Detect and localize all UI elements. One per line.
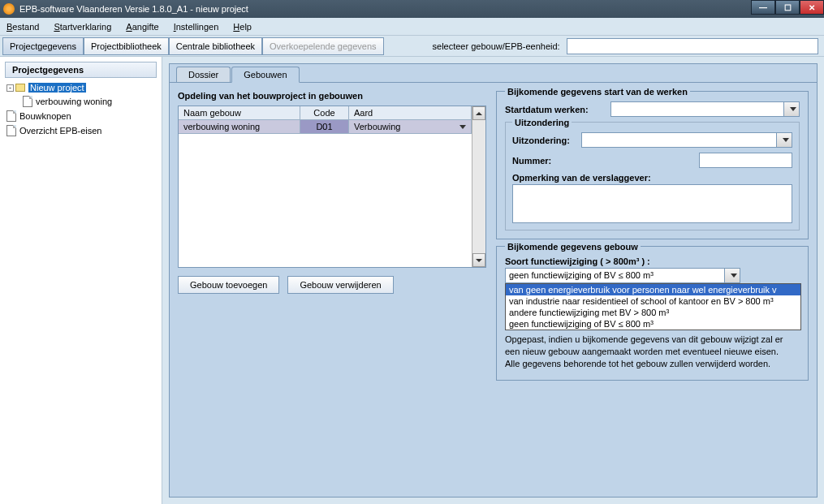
cell-naam[interactable]: verbouwing woning [179, 120, 300, 134]
opmerking-textarea[interactable] [512, 184, 792, 223]
chevron-down-icon [459, 125, 466, 129]
gebouw-toevoegen-button[interactable]: Gebouw toevoegen [178, 276, 279, 294]
doc-icon [6, 110, 16, 122]
menu-instellingen[interactable]: Instellingen [170, 20, 222, 33]
label-opmerking: Opmerking van de verslaggever: [512, 173, 792, 183]
startdatum-dropdown-button[interactable] [784, 101, 800, 117]
legend-start-werken: Bijkomende gegevens start van de werken [505, 87, 690, 97]
fieldset-uitzondering: Uitzondering Uitzondering: Nummer: [505, 122, 800, 230]
window-title: EPB-software Vlaanderen Versie 1.8.0_A1 … [19, 4, 248, 14]
gebouw-verwijderen-button[interactable]: Gebouw verwijderen [287, 276, 393, 294]
dropdown-option[interactable]: van industrie naar residentieel of schoo… [506, 295, 800, 307]
doc-icon [6, 125, 16, 136]
col-header-naam: Naam gebouw [179, 106, 300, 120]
doc-icon [23, 96, 32, 107]
inner-tab-dossier[interactable]: Dossier [176, 67, 231, 82]
project-tree: - Nieuw project verbouwing woning Bouwkn… [0, 80, 162, 140]
app-icon [3, 3, 15, 15]
toolbar: Projectgegevens Projectbibliotheek Centr… [0, 36, 824, 57]
uitzondering-input[interactable] [581, 132, 777, 148]
cell-code[interactable]: D01 [300, 120, 349, 134]
menu-bestand[interactable]: Bestand [3, 20, 42, 33]
dropdown-option[interactable]: andere functiewijziging met BV > 800 m³ [506, 307, 800, 318]
tab-centrale-bibliotheek[interactable]: Centrale bibliotheek [169, 37, 262, 55]
label-nummer: Nummer: [512, 156, 581, 166]
side-panel-header: Projectgegevens [5, 62, 157, 78]
table-row[interactable]: verbouwing woning D01 Verbouwing [179, 120, 472, 134]
dropdown-option[interactable]: van geen energieverbruik voor personen n… [506, 284, 800, 295]
menu-bar: Bestand Startverklaring Aangifte Instell… [0, 18, 824, 36]
tree-item-verbouwing[interactable]: verbouwing woning [3, 94, 158, 109]
folder-icon [15, 84, 25, 92]
label-startdatum: Startdatum werken: [505, 105, 610, 114]
cell-aard[interactable]: Verbouwing [349, 120, 472, 134]
menu-aangifte[interactable]: Aangifte [123, 20, 162, 33]
col-header-code: Code [300, 106, 349, 120]
tree-item-overzicht[interactable]: Overzicht EPB-eisen [3, 123, 158, 138]
nummer-input[interactable] [699, 153, 792, 168]
menu-help[interactable]: Help [230, 20, 255, 33]
legend-uitzondering: Uitzondering [512, 118, 572, 127]
soort-dropdown-list[interactable]: van geen energieverbruik voor personen n… [505, 283, 801, 330]
legend-gebouw: Bijkomende gegevens gebouw [505, 242, 641, 252]
side-panel: Projectgegevens - Nieuw project verbouwi… [0, 57, 162, 504]
menu-startverklaring[interactable]: Startverklaring [50, 20, 114, 33]
tree-label: verbouwing woning [36, 97, 112, 106]
tree-label: Overzicht EPB-eisen [19, 126, 101, 136]
minimize-button[interactable]: — [751, 0, 775, 15]
tree-label: Bouwknopen [19, 111, 71, 121]
fieldset-gebouw: Bijkomende gegevens gebouw Soort functie… [496, 246, 809, 381]
warning-text: Opgepast, indien u bijkomende gegevens v… [505, 334, 800, 370]
label-uitzondering: Uitzondering: [512, 136, 581, 145]
select-gebouw-input[interactable] [567, 38, 818, 54]
dropdown-option[interactable]: geen functiewijziging of BV ≤ 800 m³ [506, 318, 800, 330]
uitzondering-dropdown-button[interactable] [777, 132, 792, 148]
tree-toggle-icon[interactable]: - [6, 84, 14, 92]
gebouwen-grid[interactable]: Naam gebouw Code Aard verbouwing woning … [178, 106, 486, 268]
maximize-button[interactable]: ☐ [775, 0, 800, 15]
scroll-down-button[interactable] [472, 253, 485, 267]
tab-projectbibliotheek[interactable]: Projectbibliotheek [84, 37, 169, 55]
label-soort: Soort functiewijziging ( > 800m³ ) : [505, 256, 800, 266]
scroll-up-button[interactable] [472, 106, 485, 120]
tree-item-nieuw-project[interactable]: - Nieuw project [3, 81, 158, 94]
scrollbar[interactable] [472, 106, 485, 267]
startdatum-input[interactable] [610, 101, 784, 117]
window-title-bar: EPB-software Vlaanderen Versie 1.8.0_A1 … [0, 0, 824, 18]
inner-tab-gebouwen[interactable]: Gebouwen [231, 67, 299, 83]
tree-label: Nieuw project [28, 83, 86, 93]
fieldset-start-werken: Bijkomende gegevens start van de werken … [496, 91, 809, 239]
opdeling-title: Opdeling van het bouwproject in gebouwen [178, 91, 486, 101]
soort-dropdown-button[interactable] [725, 268, 740, 283]
close-button[interactable]: ✕ [800, 0, 824, 15]
tree-item-bouwknopen[interactable]: Bouwknopen [3, 109, 158, 123]
select-gebouw-label: selecteer gebouw/EPB-eenheid: [433, 41, 560, 51]
soort-select[interactable]: geen functiewijziging of BV ≤ 800 m³ [505, 268, 725, 283]
col-header-aard: Aard [349, 106, 472, 120]
tab-overkoepelende: Overkoepelende gegevens [262, 37, 383, 55]
tab-projectgegevens[interactable]: Projectgegevens [2, 37, 84, 55]
